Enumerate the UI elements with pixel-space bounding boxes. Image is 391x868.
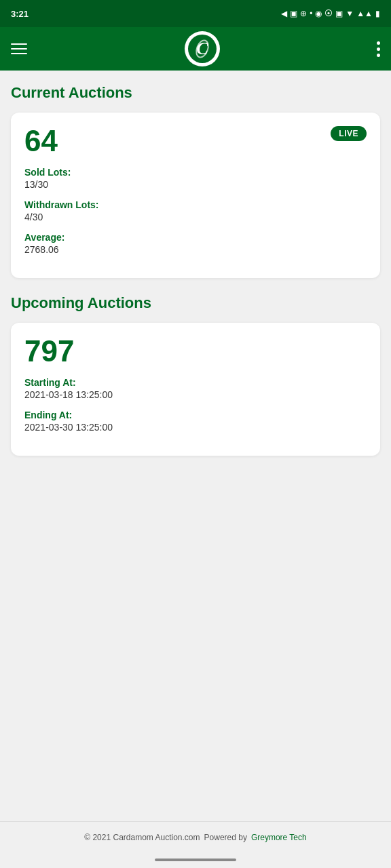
upcoming-auctions-section: Upcoming Auctions 797 Starting At: 2021-… xyxy=(11,294,380,456)
app-logo: C xyxy=(185,31,220,66)
nav-icon: ◀ xyxy=(281,9,287,18)
home-indicator xyxy=(0,853,391,868)
menu-button[interactable] xyxy=(11,43,27,54)
upcoming-auction-card[interactable]: 797 Starting At: 2021-03-18 13:25:00 End… xyxy=(11,323,380,456)
message-icon: ▣ xyxy=(290,9,297,18)
main-content: Current Auctions 64 LIVE Sold Lots: 13/3… xyxy=(0,71,391,821)
upcoming-card-header-row: 797 xyxy=(24,336,367,366)
ending-at-value: 2021-03-30 13:25:00 xyxy=(24,422,367,433)
footer-powered-by: Powered by xyxy=(204,833,247,842)
dot-icon: • xyxy=(310,9,312,18)
footer: © 2021 Cardamom Auction.com Powered by G… xyxy=(0,821,391,853)
hamburger-line-3 xyxy=(11,53,27,54)
starting-at-label: Starting At: xyxy=(24,377,367,388)
signal-icon: ⦿ xyxy=(324,9,333,18)
status-bar: 3:21 ◀ ▣ ⊕ • ◉ ⦿ ▣ ▼ ▲▲ ▮ xyxy=(0,0,391,27)
header: C xyxy=(0,27,391,71)
current-auctions-title: Current Auctions xyxy=(11,84,380,102)
data-icon: ▣ xyxy=(335,9,343,18)
hamburger-line-2 xyxy=(11,48,27,50)
ending-at-detail: Ending At: 2021-03-30 13:25:00 xyxy=(24,410,367,433)
home-bar xyxy=(155,859,236,861)
more-dot-2 xyxy=(377,47,380,51)
withdrawn-lots-value: 4/30 xyxy=(24,212,367,222)
hamburger-line-1 xyxy=(11,43,27,45)
status-time: 3:21 xyxy=(11,9,29,19)
more-dot-3 xyxy=(377,54,380,57)
footer-brand: Greymore Tech xyxy=(251,833,307,842)
sold-lots-value: 13/30 xyxy=(24,179,367,190)
starting-at-detail: Starting At: 2021-03-18 13:25:00 xyxy=(24,377,367,400)
withdrawn-lots-label: Withdrawn Lots: xyxy=(24,199,367,210)
signal-bar-icon: ▲▲ xyxy=(356,9,373,18)
card-header-row: 64 LIVE xyxy=(24,126,367,156)
average-value: 2768.06 xyxy=(24,244,367,255)
status-icons: ◀ ▣ ⊕ • ◉ ⦿ ▣ ▼ ▲▲ ▮ xyxy=(281,9,380,18)
current-auction-card[interactable]: 64 LIVE Sold Lots: 13/30 Withdrawn Lots:… xyxy=(11,113,380,278)
more-dot-1 xyxy=(377,41,380,45)
current-auction-id: 64 xyxy=(24,126,58,156)
sold-lots-label: Sold Lots: xyxy=(24,167,367,178)
footer-copyright: © 2021 Cardamom Auction.com xyxy=(84,833,200,842)
average-label: Average: xyxy=(24,232,367,243)
sold-lots-detail: Sold Lots: 13/30 xyxy=(24,167,367,190)
starting-at-value: 2021-03-18 13:25:00 xyxy=(24,389,367,400)
wifi-icon: ▼ xyxy=(346,9,354,18)
more-options-button[interactable] xyxy=(377,41,380,57)
average-detail: Average: 2768.06 xyxy=(24,232,367,255)
withdrawn-lots-detail: Withdrawn Lots: 4/30 xyxy=(24,199,367,222)
upcoming-auctions-title: Upcoming Auctions xyxy=(11,294,380,312)
logo-svg: C xyxy=(187,34,217,64)
live-badge: LIVE xyxy=(331,126,367,141)
current-auctions-section: Current Auctions 64 LIVE Sold Lots: 13/3… xyxy=(11,84,380,278)
alarm-icon: ◉ xyxy=(315,9,322,18)
whatsapp-icon: ⊕ xyxy=(300,9,307,18)
ending-at-label: Ending At: xyxy=(24,410,367,420)
upcoming-auction-id: 797 xyxy=(24,336,74,366)
battery-icon: ▮ xyxy=(375,9,380,18)
